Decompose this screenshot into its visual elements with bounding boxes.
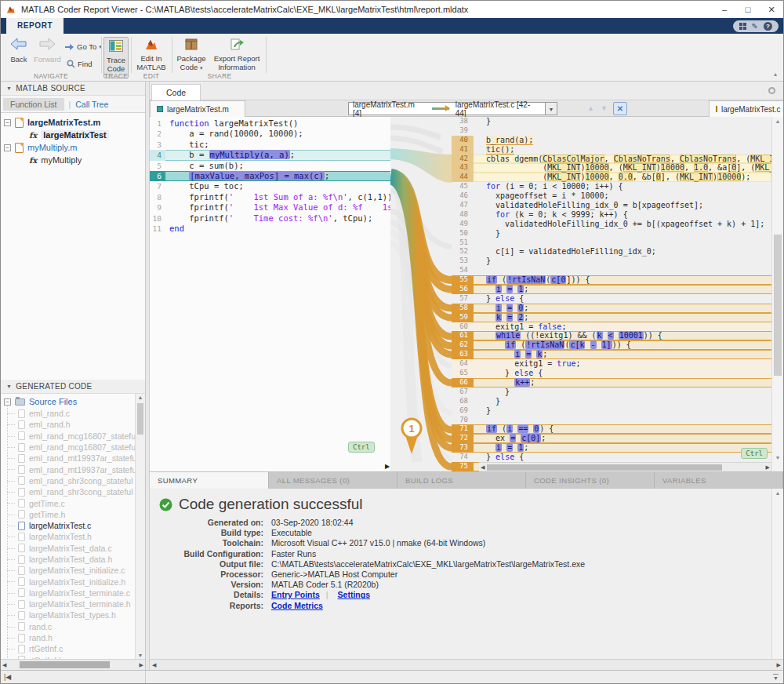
code-line-57[interactable]: 57 } else { xyxy=(452,294,771,304)
scroll-up-icon[interactable]: ▲ xyxy=(772,118,783,124)
code-line-63[interactable]: 63 i = k; xyxy=(452,350,771,359)
code-line-47[interactable]: 47 validatedHoleFilling_idx_0 = b[xpageo… xyxy=(452,201,771,210)
code-line-50[interactable]: 50 } xyxy=(452,229,771,238)
code-line-67[interactable]: 67 } xyxy=(452,387,771,397)
code-line-71[interactable]: 71 if (i == 0) { xyxy=(452,424,771,434)
prev-trace-button[interactable]: ▲ xyxy=(585,103,597,115)
scroll-thumb[interactable] xyxy=(774,235,782,376)
generated-file-eml_rand_mt19937ar_statefu[interactable]: eml_rand_mt19937ar_statefu xyxy=(12,453,135,464)
summary-hscrollbar[interactable]: ◀ ▶ xyxy=(150,659,783,670)
code-line-65[interactable]: 65 } else { xyxy=(452,369,771,378)
bottom-tab-build-logs[interactable]: BUILD LOGS xyxy=(397,472,526,489)
code-line-52[interactable]: 52 c[i] = validatedHoleFilling_idx_0; xyxy=(452,247,771,256)
generated-file-largeMatrixTest_initialize.h[interactable]: largeMatrixTest_initialize.h xyxy=(12,576,135,587)
scroll-thumb[interactable] xyxy=(137,403,143,435)
tree-item-myMultiply.m[interactable]: −myMultiply.m xyxy=(1,141,145,154)
generated-file-rand.c[interactable]: rand.c xyxy=(12,621,135,632)
code-line-44[interactable]: 44 (MKL_INT)10000, 0.0, &b[0], (MKL_INT)… xyxy=(452,173,771,182)
code-line-45[interactable]: 45 for (i = 0; i < 10000; i++) { xyxy=(452,182,771,191)
trace-selector-dropdown[interactable]: ▼ xyxy=(546,102,557,115)
forward-button[interactable]: Forward xyxy=(34,38,60,64)
generated-file-largeMatrixTest_data.h[interactable]: largeMatrixTest_data.h xyxy=(12,554,135,565)
generated-file-largeMatrixTest_terminate.c[interactable]: largeMatrixTest_terminate.c xyxy=(12,588,135,598)
generated-file-largeMatrixTest_terminate.h[interactable]: largeMatrixTest_terminate.h xyxy=(12,598,135,609)
scroll-down-icon[interactable]: ▼ xyxy=(772,455,783,460)
generated-file-rtGetInf.c[interactable]: rtGetInf.c xyxy=(12,643,135,654)
file-tab-matlab[interactable]: largeMatrixTest.m xyxy=(150,100,245,117)
generated-code-header[interactable]: ▼ GENERATED CODE xyxy=(1,380,145,394)
code-line-73[interactable]: 73 i = 1; xyxy=(452,443,771,453)
code-line-42[interactable]: 42 cblas_dgemm(CblasColMajor, CblasNoTra… xyxy=(452,155,771,164)
collapse-panel-icon[interactable]: ▼ xyxy=(773,674,779,681)
code-line-39[interactable]: 39 xyxy=(452,126,771,136)
trace-selector[interactable]: largeMatrixTest.m [4] largeMatrixTest.c … xyxy=(348,102,546,115)
layout-grid-icon[interactable] xyxy=(739,23,746,30)
code-line-2[interactable]: 2 a = rand(10000, 10000); xyxy=(150,129,390,139)
tab-call-tree[interactable]: Call Tree xyxy=(75,100,108,109)
expander-icon[interactable]: − xyxy=(4,144,11,151)
code-line-11[interactable]: 11end xyxy=(150,224,390,234)
code-line-53[interactable]: 53 } xyxy=(452,256,771,266)
scroll-right-icon[interactable]: ▶ xyxy=(777,662,781,668)
bottom-tab-summary[interactable]: SUMMARY xyxy=(150,472,269,489)
scroll-thumb[interactable] xyxy=(20,661,110,668)
generated-file-eml_rand_shr3cong_stateful[interactable]: eml_rand_shr3cong_stateful xyxy=(12,486,135,497)
scroll-thumb[interactable] xyxy=(487,464,722,471)
code-line-68[interactable]: 68 } xyxy=(452,397,771,406)
code-line-72[interactable]: 72 ex = c[0]; xyxy=(452,434,771,443)
code-line-10[interactable]: 10 fprintf(' Time cost: %f\n', tCpu); xyxy=(150,213,390,224)
tree-item-largeMatrixTest[interactable]: fxlargeMatrixTest xyxy=(1,129,145,141)
ribbon-collapse-icon[interactable]: ▴ xyxy=(774,71,777,78)
trace-pin-marker[interactable]: 1 xyxy=(399,417,424,457)
generated-file-largeMatrixTest.c[interactable]: largeMatrixTest.c xyxy=(12,520,135,531)
link-settings[interactable]: Settings xyxy=(338,590,370,600)
code-line-5[interactable]: 5 c = sum(b); xyxy=(150,161,390,171)
tab-function-list[interactable]: Function List xyxy=(3,98,64,111)
generated-file-getTime.h[interactable]: getTime.h xyxy=(12,509,135,520)
summary-vscrollbar[interactable]: ▲ xyxy=(771,489,783,659)
generated-file-largeMatrixTest.h[interactable]: largeMatrixTest.h xyxy=(12,531,135,542)
generated-file-largeMatrixTest_data.c[interactable]: largeMatrixTest_data.c xyxy=(12,543,135,554)
scroll-up-icon[interactable]: ▲ xyxy=(772,490,783,496)
generated-file-eml_rand_mcg16807_statefu[interactable]: eml_rand_mcg16807_statefu xyxy=(12,431,135,442)
code-line-43[interactable]: 43 (MKL_INT)10000, (MKL_INT)10000, 1.0, … xyxy=(452,163,771,173)
tree-item-myMultiply[interactable]: fxmyMultiply xyxy=(1,154,145,166)
code-line-9[interactable]: 9 fprintf(' 1st Max Value of d: %f 1st M… xyxy=(150,202,390,213)
code-line-8[interactable]: 8 fprintf(' 1st Sum of a: %f\n', c(1,1))… xyxy=(150,192,390,202)
generated-file-largeMatrixTest_types.h[interactable]: largeMatrixTest_types.h xyxy=(12,609,135,620)
edit-in-matlab-button[interactable]: Edit In MATLAB xyxy=(134,38,169,71)
code-line-49[interactable]: 49 validatedHoleFilling_idx_0 += b[(xpag… xyxy=(452,220,771,229)
feedback-icon[interactable]: ✎ xyxy=(752,23,758,31)
scroll-left-icon[interactable]: ◀ xyxy=(481,464,485,471)
scroll-down-icon[interactable]: ▼ xyxy=(136,653,145,658)
find-button[interactable]: Find xyxy=(67,60,92,68)
generated-file-eml_rand.c[interactable]: eml_rand.c xyxy=(12,408,135,419)
next-trace-button[interactable]: ▼ xyxy=(598,103,610,115)
generated-file-eml_rand_mcg16807_statefu[interactable]: eml_rand_mcg16807_statefu xyxy=(12,442,135,453)
link-code-metrics[interactable]: Code Metrics xyxy=(271,601,323,611)
file-tab-c[interactable]: largeMatrixTest.c xyxy=(709,100,784,117)
settings-circle-icon[interactable] xyxy=(768,87,775,94)
generated-tree-vscrollbar[interactable]: ▲ ▼ xyxy=(135,394,145,659)
code-line-66[interactable]: 66 k++; xyxy=(452,378,771,387)
generated-file-largeMatrixTest_initialize.c[interactable]: largeMatrixTest_initialize.c xyxy=(12,565,135,576)
collapse-sidebar-icon[interactable]: |◀ xyxy=(1,671,146,683)
bottom-tab-all-messages-0-[interactable]: ALL MESSAGES (0) xyxy=(269,472,397,489)
generated-file-rand.h[interactable]: rand.h xyxy=(12,632,135,643)
code-line-59[interactable]: 59 k = 2; xyxy=(452,313,771,322)
code-line-7[interactable]: 7 tCpu = toc; xyxy=(150,181,390,191)
code-line-74[interactable]: 74 } else { xyxy=(452,453,771,462)
code-line-60[interactable]: 60 exitg1 = false; xyxy=(452,322,771,332)
code-line-41[interactable]: 41 tic(); xyxy=(452,145,771,155)
generated-file-eml_rand_mt19937ar_statefu[interactable]: eml_rand_mt19937ar_statefu xyxy=(12,464,135,475)
bottom-tab-variables[interactable]: VARIABLES xyxy=(655,472,783,489)
c-panel-vscrollbar[interactable]: ▲ ▼ xyxy=(771,117,783,471)
code-line-56[interactable]: 56 i = 1; xyxy=(452,285,771,294)
expander-icon[interactable]: − xyxy=(4,119,11,126)
c-panel-hscrollbar[interactable]: ◀ ▶ xyxy=(479,462,771,471)
clear-trace-button[interactable]: ✕ xyxy=(613,102,627,115)
code-line-38[interactable]: 38 } xyxy=(452,117,771,126)
code-line-61[interactable]: 61 while ((!exitg1) && (k < 10001)) { xyxy=(452,331,771,340)
expander-icon[interactable]: − xyxy=(4,398,11,406)
scroll-right-icon[interactable]: ▶ xyxy=(766,464,770,471)
